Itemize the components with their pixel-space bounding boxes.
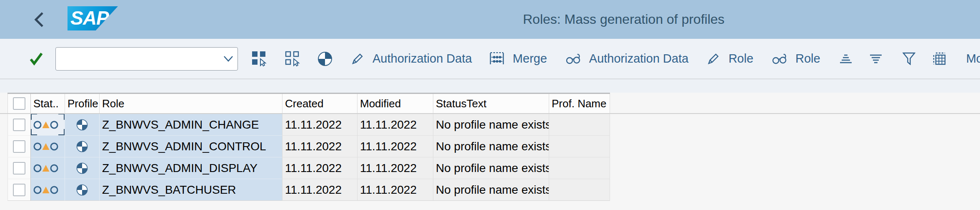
profile-harvey-ball-icon	[76, 184, 88, 196]
profile-cell[interactable]	[65, 114, 100, 136]
status-cell[interactable]	[31, 114, 65, 136]
row-select-cell[interactable]	[8, 136, 31, 157]
sort-ascending-icon	[840, 54, 852, 64]
select-all-icon	[252, 51, 267, 66]
header-prof-name[interactable]: Prof. Name	[549, 94, 610, 113]
focus-corner	[58, 114, 65, 120]
sort-descending-button[interactable]	[870, 54, 882, 64]
filter-button[interactable]	[902, 52, 915, 65]
status-lights-icon	[33, 120, 58, 130]
glasses-icon	[772, 53, 787, 64]
table-row: Z_BNWVS_ADMIN_CONTROL 11.11.2022 11.11.2…	[0, 136, 980, 157]
status-text-cell[interactable]: No profile name exists	[433, 114, 549, 136]
chevron-left-icon	[34, 11, 45, 28]
prof-name-cell[interactable]	[549, 114, 610, 136]
prof-name-cell[interactable]	[549, 136, 610, 157]
back-button[interactable]	[31, 10, 48, 29]
deselect-all-button[interactable]	[285, 51, 300, 66]
created-cell[interactable]: 11.11.2022	[282, 179, 358, 201]
profile-cell[interactable]	[65, 157, 100, 179]
command-field[interactable]	[55, 47, 238, 71]
table-row: Z_BNWVS_ADMIN_CHANGE 11.11.2022 11.11.20…	[0, 114, 980, 136]
role-cell[interactable]: Z_BNWVS_ADMIN_CONTROL	[100, 136, 282, 157]
prof-name-cell[interactable]	[549, 157, 610, 179]
header-profile[interactable]: Profile	[65, 94, 100, 113]
status-text-cell[interactable]: No profile name exists	[433, 157, 549, 179]
sap-logo: SAP	[68, 6, 118, 30]
edit-role-label: Role	[728, 52, 753, 66]
display-authorization-data-label: Authorization Data	[589, 52, 689, 66]
modified-cell[interactable]: 11.11.2022	[358, 179, 433, 201]
row-checkbox[interactable]	[13, 140, 25, 153]
row-select-cell[interactable]	[8, 157, 31, 179]
chevron-down-icon[interactable]	[222, 53, 234, 63]
profile-cell[interactable]	[65, 136, 100, 157]
pencil-icon	[352, 53, 364, 65]
header-filler	[610, 94, 980, 113]
status-lights-icon	[33, 142, 58, 152]
command-input[interactable]	[60, 49, 220, 68]
status-cell[interactable]	[31, 157, 65, 179]
created-cell[interactable]: 11.11.2022	[282, 157, 358, 179]
page-title: Roles: Mass generation of profiles	[523, 0, 725, 39]
status-text-cell[interactable]: No profile name exists	[433, 136, 549, 157]
role-cell[interactable]: Z_BNWVS_BATCHUSER	[100, 179, 282, 201]
focus-corner	[31, 129, 37, 136]
created-cell[interactable]: 11.11.2022	[282, 114, 358, 136]
modified-cell[interactable]: 11.11.2022	[358, 114, 433, 136]
merge-label: Merge	[513, 52, 547, 66]
top-bar: SAP Roles: Mass generation of profiles	[0, 0, 980, 39]
created-cell[interactable]: 11.11.2022	[282, 136, 358, 157]
header-modified[interactable]: Modified	[358, 94, 433, 113]
edit-role-button[interactable]: Role	[708, 52, 753, 66]
status-lights-icon	[33, 185, 58, 195]
status-cell[interactable]	[31, 136, 65, 157]
select-all-checkbox[interactable]	[13, 97, 25, 110]
edit-authorization-data-button[interactable]: Authorization Data	[352, 52, 472, 66]
enter-button[interactable]	[29, 52, 43, 66]
header-created[interactable]: Created	[282, 94, 358, 113]
profile-harvey-ball-icon	[76, 119, 88, 131]
more-button[interactable]: More	[966, 52, 980, 66]
row-checkbox[interactable]	[13, 119, 25, 131]
glasses-icon	[566, 53, 580, 64]
generate-harvey-ball-icon	[318, 51, 332, 66]
table-grid-icon	[933, 52, 946, 65]
row-checkbox[interactable]	[13, 184, 25, 196]
header-role[interactable]: Role	[100, 94, 282, 113]
role-cell[interactable]: Z_BNWVS_ADMIN_DISPLAY	[100, 157, 282, 179]
status-cell[interactable]	[31, 179, 65, 201]
application-toolbar: Authorization Data Merge Authorization D…	[0, 39, 980, 79]
row-checkbox[interactable]	[13, 162, 25, 175]
pencil-icon	[708, 53, 720, 65]
prof-name-cell[interactable]	[549, 179, 610, 201]
table-settings-button[interactable]	[933, 52, 946, 65]
display-role-button[interactable]: Role	[772, 52, 820, 66]
header-select-all-cell[interactable]	[8, 94, 31, 113]
focus-corner	[31, 114, 37, 120]
display-authorization-data-button[interactable]: Authorization Data	[566, 52, 689, 66]
sort-ascending-button[interactable]	[840, 54, 852, 64]
filter-funnel-icon	[902, 52, 915, 65]
status-text-cell[interactable]: No profile name exists	[433, 179, 549, 201]
row-select-cell[interactable]	[8, 179, 31, 201]
table-header-row: Stat.. Profile Role Created Modified Sta…	[0, 94, 980, 114]
status-lights-icon	[33, 163, 58, 173]
modified-cell[interactable]: 11.11.2022	[358, 157, 433, 179]
sort-descending-icon	[870, 54, 882, 64]
more-label: More	[966, 52, 980, 66]
role-cell[interactable]: Z_BNWVS_ADMIN_CHANGE	[100, 114, 282, 136]
row-filler	[610, 157, 980, 179]
row-select-cell[interactable]	[8, 114, 31, 136]
select-all-button[interactable]	[252, 51, 267, 66]
focus-corner	[58, 129, 65, 136]
header-status-text[interactable]: StatusText	[433, 94, 549, 113]
profile-cell[interactable]	[65, 179, 100, 201]
modified-cell[interactable]: 11.11.2022	[358, 136, 433, 157]
header-status[interactable]: Stat..	[31, 94, 65, 113]
row-filler	[610, 114, 980, 136]
merge-button[interactable]: Merge	[490, 52, 547, 66]
generate-button[interactable]	[318, 51, 332, 66]
table-row: Z_BNWVS_ADMIN_DISPLAY 11.11.2022 11.11.2…	[0, 157, 980, 179]
deselect-all-icon	[285, 51, 300, 66]
